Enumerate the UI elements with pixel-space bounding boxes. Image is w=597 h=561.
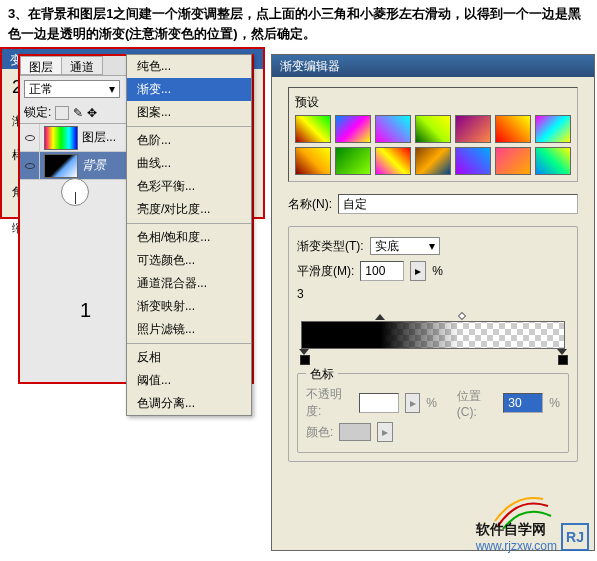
watermark-logo-icon: RJ bbox=[561, 523, 589, 551]
adjustment-context-menu: 纯色...渐变...图案...色阶...曲线...色彩平衡...亮度/对比度..… bbox=[126, 54, 252, 416]
chevron-down-icon: ▾ bbox=[429, 239, 435, 253]
color-label: 颜色: bbox=[306, 424, 333, 441]
gradient-preset[interactable] bbox=[495, 147, 531, 175]
layer-name: 背景 bbox=[82, 157, 106, 174]
gradient-preset[interactable] bbox=[295, 147, 331, 175]
stops-group: 色标 不透明度: ▸ % 位置(C): % 颜色: ▸ bbox=[297, 373, 569, 453]
smoothness-input[interactable] bbox=[360, 261, 404, 281]
gradient-preset[interactable] bbox=[335, 115, 371, 143]
opacity-input bbox=[359, 393, 399, 413]
watermark: 软件自学网 www.rjzxw.com RJ bbox=[476, 521, 589, 553]
smoothness-flyout[interactable]: ▸ bbox=[410, 261, 426, 281]
gradient-preset[interactable] bbox=[415, 115, 451, 143]
menu-item[interactable]: 图案... bbox=[127, 101, 251, 124]
type-value: 实底 bbox=[375, 238, 399, 255]
percent-label: % bbox=[426, 396, 437, 410]
annotation-3: 3 bbox=[297, 287, 569, 301]
eye-icon[interactable] bbox=[25, 135, 35, 141]
menu-item[interactable]: 通道混合器... bbox=[127, 272, 251, 295]
location-label: 位置(C): bbox=[457, 388, 498, 419]
midpoint-diamond[interactable] bbox=[458, 312, 466, 320]
gradient-preset[interactable] bbox=[415, 147, 451, 175]
stops-label: 色标 bbox=[306, 366, 338, 383]
gradient-preset[interactable] bbox=[455, 147, 491, 175]
gradient-preset[interactable] bbox=[295, 115, 331, 143]
menu-item[interactable]: 曲线... bbox=[127, 152, 251, 175]
presets-group: 预设 bbox=[288, 87, 578, 182]
menu-separator bbox=[127, 126, 251, 127]
gradient-editor-dialog: 渐变编辑器 预设 名称(N): bbox=[271, 54, 595, 551]
tab-channels[interactable]: 通道 bbox=[61, 56, 103, 75]
gradient-type-group: 渐变类型(T): 实底 ▾ 平滑度(M): ▸ % 3 bbox=[288, 226, 578, 462]
lock-transparency-icon[interactable] bbox=[55, 106, 69, 120]
color-stop[interactable] bbox=[299, 349, 309, 363]
annotation-1: 1 bbox=[80, 299, 91, 322]
lock-label: 锁定: bbox=[24, 104, 51, 121]
gradient-name-input[interactable] bbox=[338, 194, 578, 214]
menu-item[interactable]: 阈值... bbox=[127, 369, 251, 392]
gradient-bar[interactable] bbox=[301, 321, 565, 349]
menu-item[interactable]: 渐变... bbox=[127, 78, 251, 101]
dialog-title: 渐变编辑器 bbox=[272, 55, 594, 77]
watermark-url: www.rjzxw.com bbox=[476, 539, 557, 553]
gradient-type-select[interactable]: 实底 ▾ bbox=[370, 237, 440, 255]
opacity-label: 不透明度: bbox=[306, 386, 353, 420]
menu-separator bbox=[127, 343, 251, 344]
percent-label: % bbox=[549, 396, 560, 410]
menu-item[interactable]: 色调分离... bbox=[127, 392, 251, 415]
gradient-preset[interactable] bbox=[535, 147, 571, 175]
type-label: 渐变类型(T): bbox=[297, 238, 364, 255]
menu-item[interactable]: 纯色... bbox=[127, 55, 251, 78]
move-icon[interactable]: ✥ bbox=[87, 106, 97, 120]
tab-layers[interactable]: 图层 bbox=[20, 56, 62, 75]
opacity-flyout: ▸ bbox=[405, 393, 420, 413]
layer-thumbnail bbox=[44, 126, 78, 150]
gradient-preset[interactable] bbox=[495, 115, 531, 143]
menu-separator bbox=[127, 223, 251, 224]
location-input[interactable] bbox=[503, 393, 543, 413]
layer-thumbnail bbox=[44, 154, 78, 178]
eye-icon[interactable] bbox=[25, 163, 35, 169]
gradient-preset[interactable] bbox=[535, 115, 571, 143]
menu-item[interactable]: 色彩平衡... bbox=[127, 175, 251, 198]
color-flyout[interactable]: ▸ bbox=[377, 422, 393, 442]
menu-item[interactable]: 渐变映射... bbox=[127, 295, 251, 318]
chevron-down-icon: ▾ bbox=[109, 82, 115, 96]
menu-item[interactable]: 反相 bbox=[127, 346, 251, 369]
menu-item[interactable]: 色阶... bbox=[127, 129, 251, 152]
brush-icon[interactable]: ✎ bbox=[73, 106, 83, 120]
menu-item[interactable]: 色相/饱和度... bbox=[127, 226, 251, 249]
gradient-preset[interactable] bbox=[455, 115, 491, 143]
color-swatch[interactable] bbox=[339, 423, 371, 441]
opacity-stop[interactable] bbox=[375, 309, 385, 319]
gradient-preset[interactable] bbox=[375, 147, 411, 175]
gradient-preset[interactable] bbox=[375, 115, 411, 143]
name-label: 名称(N): bbox=[288, 196, 332, 213]
smoothness-label: 平滑度(M): bbox=[297, 263, 354, 280]
instruction-text: 3、在背景和图层1之间建一个渐变调整层，点上面的小三角和小菱形左右滑动，以得到一… bbox=[0, 0, 597, 47]
blend-mode-value: 正常 bbox=[29, 81, 53, 98]
watermark-text: 软件自学网 bbox=[476, 521, 557, 539]
preset-grid bbox=[295, 115, 571, 175]
menu-item[interactable]: 可选颜色... bbox=[127, 249, 251, 272]
gradient-preview-bar bbox=[301, 321, 565, 349]
color-stop[interactable] bbox=[557, 349, 567, 363]
presets-label: 预设 bbox=[295, 94, 571, 111]
menu-item[interactable]: 照片滤镜... bbox=[127, 318, 251, 341]
layer-name: 图层... bbox=[82, 129, 116, 146]
blend-mode-select[interactable]: 正常 ▾ bbox=[24, 80, 120, 98]
percent-label: % bbox=[432, 264, 443, 278]
menu-item[interactable]: 亮度/对比度... bbox=[127, 198, 251, 221]
gradient-preset[interactable] bbox=[335, 147, 371, 175]
